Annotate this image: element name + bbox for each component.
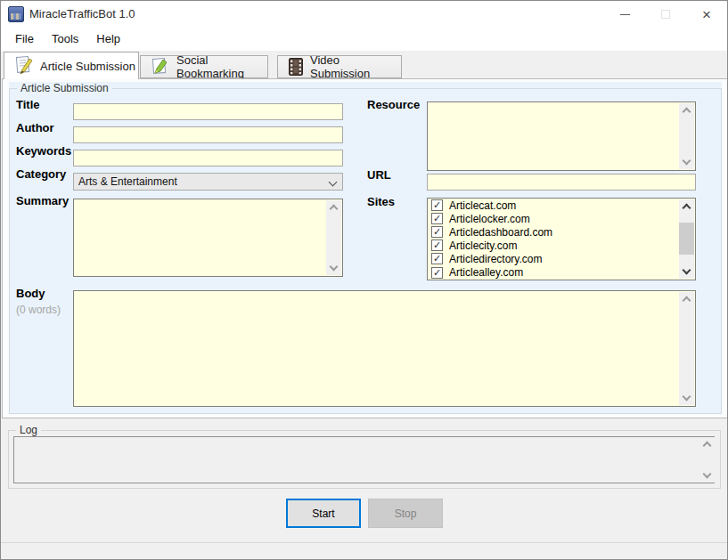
resource-scrollbar[interactable]: [679, 103, 694, 169]
log-groupbox: Log: [8, 424, 721, 489]
body-scrollbar[interactable]: [679, 292, 694, 405]
menu-help[interactable]: Help: [87, 28, 129, 51]
title-bar: MiracleTrafficBot 1.0 ×: [1, 1, 727, 28]
menu-file[interactable]: File: [6, 28, 43, 51]
sites-checklist[interactable]: ✓Articlecat.com ✓Articlelocker.com ✓Arti…: [427, 198, 696, 280]
tab-label: Video Submission: [310, 53, 401, 80]
article-submission-groupbox: Article Submission Title Author Keywords…: [9, 82, 722, 414]
chevron-down-icon: [330, 179, 336, 185]
maximize-button[interactable]: [645, 1, 686, 28]
scroll-up-icon[interactable]: [699, 437, 715, 451]
tab-label: Social Bookmarking: [176, 53, 267, 80]
scroll-down-icon[interactable]: [679, 264, 694, 279]
category-selected-value: Arts & Entertainment: [78, 175, 177, 188]
site-list-item[interactable]: ✓Articledashboard.com: [428, 225, 679, 239]
tab-article-submission[interactable]: Article Submission: [4, 52, 139, 79]
body-word-count: (0 words): [16, 304, 61, 316]
scroll-up-icon[interactable]: [326, 200, 341, 215]
scrollbar-thumb[interactable]: [679, 223, 694, 255]
category-select[interactable]: Arts & Entertainment: [73, 173, 343, 191]
app-window: MiracleTrafficBot 1.0 × File Tools Help …: [0, 0, 728, 560]
summary-textarea[interactable]: [73, 199, 343, 277]
checkbox-checked-icon[interactable]: ✓: [431, 267, 443, 279]
checkbox-checked-icon[interactable]: ✓: [431, 239, 443, 251]
sites-scrollbar[interactable]: [679, 199, 694, 279]
url-input[interactable]: [427, 174, 696, 191]
scroll-up-icon[interactable]: [679, 199, 694, 214]
author-input[interactable]: [73, 126, 343, 143]
document-pencil-green-icon: [151, 58, 169, 76]
close-button[interactable]: ×: [686, 1, 727, 28]
site-list-item[interactable]: ✓Articledirectory.com: [428, 252, 679, 265]
summary-label: Summary: [16, 194, 69, 207]
scroll-up-icon[interactable]: [679, 103, 694, 118]
keywords-input[interactable]: [73, 150, 343, 166]
checkbox-checked-icon[interactable]: ✓: [431, 253, 443, 264]
title-input[interactable]: [73, 103, 343, 120]
keywords-label: Keywords: [16, 144, 71, 158]
url-label: URL: [367, 168, 391, 182]
site-list-item[interactable]: ✓Articlelocker.com: [428, 212, 679, 225]
log-scrollbar[interactable]: [699, 437, 715, 483]
groupbox-title: Article Submission: [17, 82, 112, 94]
start-button[interactable]: Start: [286, 499, 361, 528]
site-list-item[interactable]: ✓Articlecat.com: [428, 199, 679, 212]
category-label: Category: [16, 167, 66, 181]
checkbox-checked-icon[interactable]: ✓: [431, 213, 443, 224]
scroll-down-icon[interactable]: [699, 468, 715, 483]
menu-tools[interactable]: Tools: [43, 28, 87, 51]
checkbox-checked-icon[interactable]: ✓: [431, 199, 443, 211]
window-controls: ×: [604, 1, 727, 28]
article-submission-tabpage: Article Submission Title Author Keywords…: [2, 78, 728, 418]
body-textarea[interactable]: [73, 290, 696, 407]
site-list-item[interactable]: ✓Articlecity.com: [428, 239, 679, 252]
tab-social-bookmarking[interactable]: Social Bookmarking: [140, 55, 268, 78]
scroll-up-icon[interactable]: [679, 292, 694, 306]
app-logo-icon: [8, 6, 24, 22]
document-pencil-icon: [15, 56, 33, 76]
window-title: MiracleTrafficBot 1.0: [29, 1, 135, 28]
maximize-icon: [661, 10, 670, 19]
status-bar: [1, 542, 727, 559]
stop-button[interactable]: Stop: [368, 499, 443, 528]
log-title: Log: [16, 424, 41, 436]
tab-video-submission[interactable]: Video Submission: [277, 55, 402, 78]
resource-label: Resource: [367, 98, 420, 111]
sites-label: Sites: [367, 195, 395, 208]
checkbox-checked-icon[interactable]: ✓: [431, 226, 443, 238]
scroll-down-icon[interactable]: [679, 391, 694, 405]
menu-bar: File Tools Help: [1, 28, 727, 51]
title-label: Title: [16, 98, 40, 111]
minimize-icon: [620, 14, 630, 15]
scroll-down-icon[interactable]: [326, 261, 341, 275]
scroll-down-icon[interactable]: [679, 155, 694, 169]
tab-label: Article Submission: [40, 60, 135, 73]
site-list-item[interactable]: ✓Articlealley.com: [428, 265, 679, 279]
resource-textarea[interactable]: [427, 101, 696, 171]
close-icon: ×: [702, 7, 711, 22]
film-strip-icon: [289, 58, 303, 76]
summary-scrollbar[interactable]: [326, 200, 341, 275]
author-label: Author: [16, 121, 54, 134]
minimize-button[interactable]: [604, 1, 645, 28]
body-label: Body: [16, 287, 45, 300]
log-output[interactable]: [13, 436, 715, 483]
